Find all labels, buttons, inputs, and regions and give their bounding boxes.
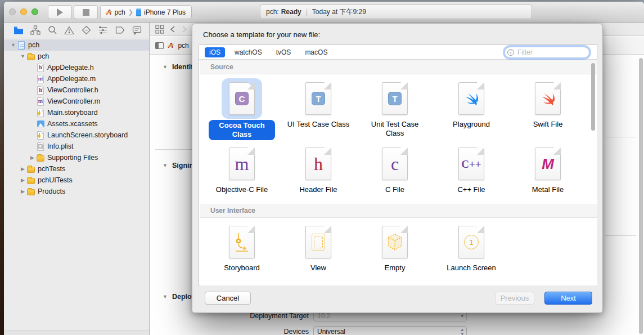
tree-item-label: Products — [38, 187, 65, 195]
tree-item-viewcontroller-h[interactable]: hViewController.h — [4, 84, 149, 96]
disclosure-triangle-icon[interactable]: ▼ — [19, 53, 26, 59]
tree-item-pchtests[interactable]: ▶pchTests — [4, 163, 149, 175]
tree-item-supporting-files[interactable]: ▶Supporting Files — [4, 152, 149, 163]
template-ui-test-case-class[interactable]: TUI Test Case Class — [280, 75, 357, 140]
find-navigator-icon[interactable] — [47, 25, 57, 35]
template-list-scrollbar[interactable] — [591, 63, 595, 131]
folder-icon — [26, 187, 35, 196]
disclosure-triangle-icon[interactable]: ▼ — [10, 42, 17, 48]
report-navigator-icon[interactable] — [132, 25, 142, 35]
breakpoint-navigator-icon[interactable] — [115, 25, 125, 35]
template-icon-wrap: h — [298, 144, 339, 184]
editor-pane-icon — [155, 42, 164, 49]
stepper-arrows-icon: ▴▾ — [461, 327, 463, 335]
template-icon-wrap — [375, 222, 415, 262]
metal-m-icon: M — [535, 148, 561, 180]
scheme-device-name: iPhone 7 Plus — [144, 8, 186, 16]
disclosure-triangle-icon[interactable]: ▶ — [19, 189, 26, 194]
editor-scrollbar[interactable] — [639, 58, 643, 334]
disclosure-triangle-icon[interactable]: ▶ — [19, 166, 26, 172]
devices-popup[interactable]: Universal ▴▾ — [313, 326, 467, 335]
tree-item-info-plist[interactable]: Info.plist — [4, 141, 149, 152]
traffic-minimize-button[interactable] — [20, 8, 27, 15]
source-template-grid: CCocoa Touch ClassTUI Test Case ClassTUn… — [204, 75, 592, 194]
tree-item-appdelegate-m[interactable]: mAppDelegate.m — [4, 73, 149, 84]
related-items-icon[interactable] — [155, 25, 164, 34]
section-label: Identit — [172, 63, 193, 71]
cancel-button[interactable]: Cancel — [205, 292, 251, 305]
template-storyboard[interactable]: Storyboard — [204, 218, 280, 273]
folder-icon — [26, 164, 35, 173]
template-objective-c-file[interactable]: mObjective-C File — [204, 140, 280, 194]
template-icon-wrap — [222, 222, 262, 262]
template-view[interactable]: View — [280, 218, 357, 273]
tree-item-products[interactable]: ▶Products — [4, 186, 149, 197]
tree-item-assets-xcassets[interactable]: Assets.xcassets — [4, 118, 149, 129]
debug-navigator-icon[interactable] — [98, 25, 108, 35]
deployment-target-value: 10.2 — [317, 312, 330, 320]
disclosure-triangle-icon[interactable]: ▼ — [161, 163, 169, 168]
template-c-file[interactable]: cC File — [357, 140, 433, 194]
editor-section-identit[interactable]: ▼Identit — [161, 63, 193, 71]
tree-item-pch[interactable]: ▼pch — [4, 39, 149, 51]
tree-item-label: pchUITests — [38, 176, 73, 184]
template-unit-test-case-class[interactable]: TUnit Test Case Class — [357, 75, 433, 140]
project-navigator-icon[interactable] — [13, 25, 24, 35]
tab-watchos[interactable]: watchOS — [230, 47, 267, 57]
next-button[interactable]: Next — [544, 292, 592, 305]
template-c-file[interactable]: C++C++ File — [433, 140, 510, 194]
swift-blue-icon — [458, 82, 484, 115]
template-empty[interactable]: Empty — [357, 218, 433, 273]
template-playground[interactable]: Playground — [433, 75, 510, 140]
navigator-filter-bar — [4, 330, 149, 335]
filter-field-wrap — [505, 47, 589, 58]
tree-item-label: Supporting Files — [47, 154, 98, 162]
tab-tvos[interactable]: tvOS — [272, 47, 296, 57]
template-cocoa-touch-class[interactable]: CCocoa Touch Class — [204, 75, 280, 140]
traffic-zoom-button[interactable] — [31, 8, 38, 15]
disclosure-triangle-icon[interactable]: ▼ — [161, 294, 169, 300]
symbol-navigator-icon[interactable] — [30, 25, 40, 35]
template-label: C++ File — [457, 185, 485, 194]
tab-macos[interactable]: macOS — [300, 47, 332, 57]
disclosure-triangle-icon[interactable]: ▶ — [29, 155, 36, 160]
disclosure-triangle-icon[interactable]: ▶ — [19, 177, 26, 183]
file-m-icon: m — [36, 74, 45, 83]
section-header-user-interface: User Interface — [200, 204, 597, 218]
template-swift-file[interactable]: Swift File — [510, 75, 586, 140]
badge-c-icon: C — [229, 82, 255, 115]
editor-section-deploy[interactable]: ▼Deploy — [161, 293, 196, 301]
issue-navigator-icon[interactable] — [64, 25, 74, 35]
tree-item-label: Main.storyboard — [47, 109, 98, 117]
editor-section-signin[interactable]: ▼Signin — [161, 162, 193, 169]
tab-ios[interactable]: iOS — [205, 47, 225, 57]
stop-button[interactable] — [74, 5, 98, 19]
template-icon-wrap: 1 — [451, 222, 492, 262]
disclosure-triangle-icon[interactable]: ▼ — [161, 64, 169, 70]
tree-item-launchscreen-storyboard[interactable]: LaunchScreen.storyboard — [4, 129, 149, 141]
scheme-selector[interactable]: A pch ❯ iPhone 7 Plus — [100, 5, 192, 19]
tree-item-viewcontroller-m[interactable]: mViewController.m — [4, 96, 149, 107]
window-toolbar: A pch ❯ iPhone 7 Plus pch: Ready | Today… — [4, 2, 644, 23]
xcode-project-icon: A — [106, 8, 111, 16]
tree-item-main-storyboard[interactable]: Main.storyboard — [4, 107, 149, 118]
project-file-tree: ▼pch▼pchhAppDelegate.hmAppDelegate.mhVie… — [4, 39, 149, 197]
template-label: C File — [385, 185, 404, 194]
filter-input[interactable] — [505, 47, 589, 58]
template-icon-wrap: C — [222, 78, 262, 119]
tree-item-pch[interactable]: ▼pch — [4, 51, 149, 62]
section-label: Signin — [172, 162, 193, 169]
template-launch-screen[interactable]: 1Launch Screen — [433, 218, 510, 273]
back-navigation-icon[interactable] — [169, 25, 176, 33]
tree-item-appdelegate-h[interactable]: hAppDelegate.h — [4, 62, 149, 73]
test-navigator-icon[interactable] — [81, 25, 91, 35]
template-icon-wrap — [298, 222, 339, 262]
previous-button[interactable]: Previous — [495, 292, 534, 305]
run-button[interactable] — [48, 5, 72, 19]
forward-navigation-icon[interactable] — [181, 25, 188, 33]
tree-item-pchuitests[interactable]: ▶pchUITests — [4, 175, 149, 186]
template-metal-file[interactable]: MMetal File — [510, 140, 586, 194]
traffic-close-button[interactable] — [9, 8, 16, 15]
template-header-file[interactable]: hHeader File — [280, 140, 357, 194]
tree-item-label: pch — [28, 41, 39, 49]
